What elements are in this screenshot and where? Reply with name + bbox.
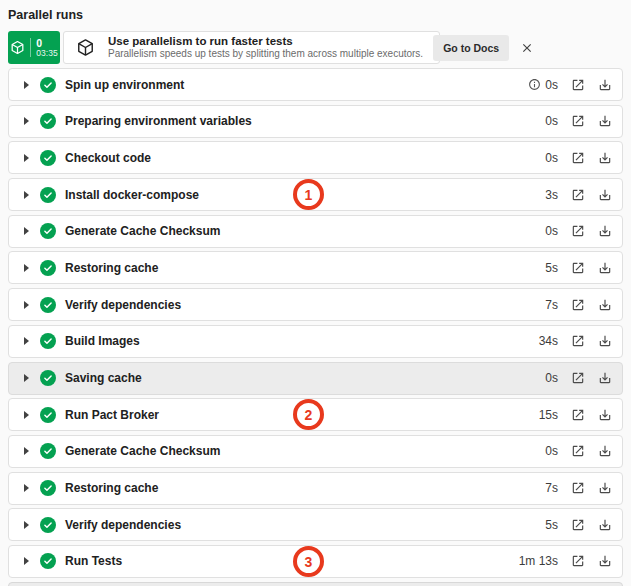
open-step-in-new-tab-button[interactable]	[571, 224, 585, 238]
caret-right-icon[interactable]	[24, 557, 29, 565]
caret-right-icon[interactable]	[24, 521, 29, 529]
download-icon	[598, 554, 612, 568]
success-check-icon	[40, 187, 56, 203]
banner-subtitle: Parallelism speeds up tests by splitting…	[108, 48, 423, 61]
step-row[interactable]: Generate Cache Checksum 0s	[8, 435, 623, 468]
download-icon	[598, 261, 612, 275]
caret-right-icon[interactable]	[24, 301, 29, 309]
download-step-output-button[interactable]	[598, 78, 612, 92]
step-name: Verify dependencies	[65, 298, 181, 312]
download-step-output-button[interactable]	[598, 298, 612, 312]
step-duration: 0s	[545, 114, 558, 128]
step-row[interactable]: Restoring cache 7s	[8, 472, 623, 505]
open-step-in-new-tab-button[interactable]	[571, 444, 585, 458]
close-icon	[520, 41, 534, 55]
step-name: Generate Cache Checksum	[65, 224, 220, 238]
caret-right-icon[interactable]	[24, 484, 29, 492]
step-duration: 5s	[545, 261, 558, 275]
download-step-output-button[interactable]	[598, 334, 612, 348]
open-step-in-new-tab-button[interactable]	[571, 151, 585, 165]
step-name: Generate Cache Checksum	[65, 444, 220, 458]
open-step-in-new-tab-button[interactable]	[571, 518, 585, 532]
info-icon[interactable]	[528, 78, 541, 91]
caret-right-icon[interactable]	[24, 154, 29, 162]
step-name: Preparing environment variables	[65, 114, 252, 128]
step-row[interactable]: Verify dependencies 5s	[8, 508, 623, 541]
caret-right-icon[interactable]	[24, 337, 29, 345]
step-duration: 15s	[539, 408, 558, 422]
step-row[interactable]: Generate Cache Checksum 0s	[8, 215, 623, 248]
download-step-output-button[interactable]	[598, 408, 612, 422]
parallelism-count: 0	[36, 38, 57, 49]
step-duration: 34s	[539, 334, 558, 348]
step-duration: 5s	[545, 518, 558, 532]
download-step-output-button[interactable]	[598, 444, 612, 458]
badge-stats: 0 03:35	[36, 38, 57, 58]
open-step-in-new-tab-button[interactable]	[571, 554, 585, 568]
banner-texts: Use parallelism to run faster tests Para…	[108, 34, 423, 61]
step-duration: 0s	[545, 224, 558, 238]
step-duration: 0s	[545, 444, 558, 458]
caret-right-icon[interactable]	[24, 81, 29, 89]
open-step-in-new-tab-button[interactable]	[571, 114, 585, 128]
download-step-output-button[interactable]	[598, 261, 612, 275]
open-in-new-tab-icon	[571, 481, 585, 495]
download-step-output-button[interactable]	[598, 554, 612, 568]
step-row[interactable]: Saving cache 0s	[8, 362, 623, 395]
step-name: Build Images	[65, 334, 140, 348]
open-step-in-new-tab-button[interactable]	[571, 188, 585, 202]
step-row[interactable]: Checkout code 0s	[8, 141, 623, 174]
annotation-circle-2: 2	[293, 399, 324, 430]
step-row[interactable]: Restoring cache 5s	[8, 251, 623, 284]
success-check-icon	[40, 113, 56, 129]
caret-right-icon[interactable]	[24, 227, 29, 235]
go-to-docs-button[interactable]: Go to Docs	[433, 35, 509, 61]
step-row[interactable]: Verify dependencies 7s	[8, 288, 623, 321]
download-icon	[598, 151, 612, 165]
success-check-icon	[40, 407, 56, 423]
download-step-output-button[interactable]	[598, 224, 612, 238]
step-name: Saving cache	[65, 371, 142, 385]
open-in-new-tab-icon	[571, 78, 585, 92]
parallelism-cube-icon	[76, 38, 95, 57]
step-name: Checkout code	[65, 151, 151, 165]
parallelism-cube-icon	[10, 40, 25, 55]
download-step-output-button[interactable]	[598, 371, 612, 385]
parallelism-summary-badge[interactable]: 0 03:35	[8, 31, 60, 64]
step-row-partially-visible[interactable]	[8, 582, 623, 586]
caret-right-icon[interactable]	[24, 191, 29, 199]
caret-right-icon[interactable]	[24, 374, 29, 382]
success-check-icon	[40, 370, 56, 386]
caret-right-icon[interactable]	[24, 264, 29, 272]
step-name: Restoring cache	[65, 481, 158, 495]
step-row[interactable]: Preparing environment variables 0s	[8, 105, 623, 138]
caret-right-icon[interactable]	[24, 117, 29, 125]
download-step-output-button[interactable]	[598, 518, 612, 532]
open-step-in-new-tab-button[interactable]	[571, 334, 585, 348]
open-step-in-new-tab-button[interactable]	[571, 261, 585, 275]
download-step-output-button[interactable]	[598, 151, 612, 165]
steps-list: Spin up environment 0s Preparing environ…	[8, 68, 623, 586]
open-step-in-new-tab-button[interactable]	[571, 78, 585, 92]
open-step-in-new-tab-button[interactable]	[571, 371, 585, 385]
open-step-in-new-tab-button[interactable]	[571, 481, 585, 495]
step-row[interactable]: Build Images 34s	[8, 325, 623, 358]
step-row[interactable]: Spin up environment 0s	[8, 68, 623, 101]
caret-right-icon[interactable]	[24, 447, 29, 455]
open-step-in-new-tab-button[interactable]	[571, 298, 585, 312]
download-step-output-button[interactable]	[598, 114, 612, 128]
open-step-in-new-tab-button[interactable]	[571, 408, 585, 422]
download-icon	[598, 78, 612, 92]
download-step-output-button[interactable]	[598, 481, 612, 495]
close-banner-button[interactable]	[518, 39, 536, 57]
download-icon	[598, 298, 612, 312]
step-duration: 3s	[545, 188, 558, 202]
download-step-output-button[interactable]	[598, 188, 612, 202]
open-in-new-tab-icon	[571, 261, 585, 275]
open-in-new-tab-icon	[571, 408, 585, 422]
caret-right-icon[interactable]	[24, 411, 29, 419]
open-in-new-tab-icon	[571, 444, 585, 458]
open-in-new-tab-icon	[571, 151, 585, 165]
open-in-new-tab-icon	[571, 224, 585, 238]
step-name: Run Pact Broker	[65, 408, 159, 422]
